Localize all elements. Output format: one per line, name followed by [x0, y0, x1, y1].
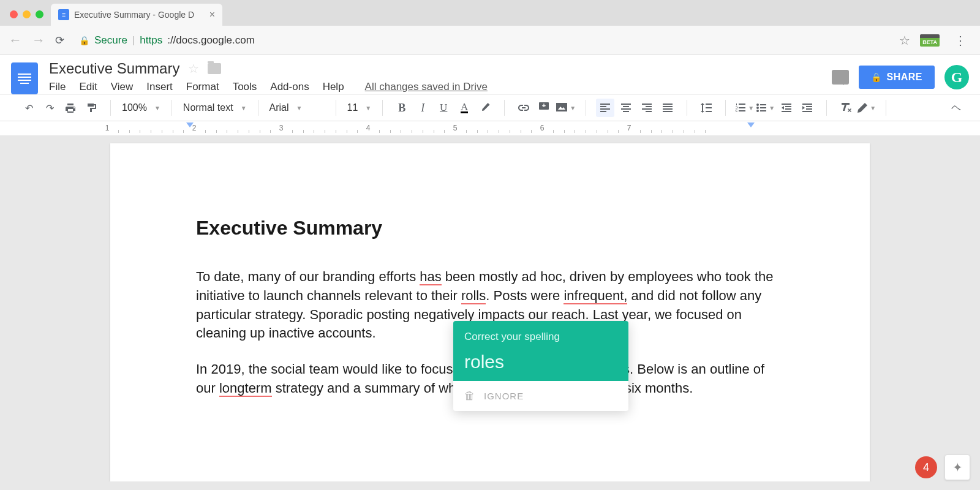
error-has[interactable]: has: [420, 269, 441, 285]
tab-title: Executive Summary - Google D: [74, 10, 194, 20]
menu-file[interactable]: File: [49, 81, 66, 93]
print-button[interactable]: [61, 99, 80, 117]
align-right-button[interactable]: [638, 99, 656, 117]
ruler-mark: 5: [453, 124, 458, 132]
menu-view[interactable]: View: [111, 81, 134, 93]
window-controls[interactable]: [6, 10, 51, 26]
ruler-mark: 4: [366, 124, 371, 132]
editing-mode-button[interactable]: ▼: [858, 99, 876, 117]
image-button[interactable]: ▼: [556, 99, 576, 117]
clear-formatting-button[interactable]: [837, 99, 855, 117]
redo-button[interactable]: ↷: [40, 99, 59, 117]
ruler-mark: 1: [105, 124, 110, 132]
suggested-word: roles: [464, 352, 617, 372]
share-button[interactable]: 🔒 SHARE: [859, 66, 935, 89]
error-longterm[interactable]: longterm: [219, 380, 272, 397]
error-rolls[interactable]: rolls: [461, 288, 486, 304]
toolbar: ↶ ↷ 100%▼ Normal text▼ Arial▼ 11▼ B I U …: [0, 94, 980, 121]
lock-icon: 🔒: [871, 72, 882, 82]
ruler-mark: 7: [627, 124, 631, 132]
grammarly-suggestion[interactable]: Correct your spelling roles: [453, 321, 628, 381]
url-scheme: https: [140, 34, 162, 47]
line-spacing-button[interactable]: [697, 99, 715, 117]
comments-button[interactable]: [832, 70, 849, 85]
svg-rect-9: [760, 110, 766, 111]
align-center-button[interactable]: [617, 99, 635, 117]
close-tab-button[interactable]: ×: [209, 9, 215, 20]
chrome-menu-button[interactable]: ⋮: [949, 33, 971, 48]
font-select[interactable]: Arial▼: [263, 102, 331, 113]
svg-point-6: [756, 107, 759, 109]
zoom-select[interactable]: 100%▼: [116, 102, 167, 113]
ignore-button[interactable]: IGNORE: [484, 391, 524, 401]
docs-favicon: ≡: [58, 9, 69, 20]
ruler-mark: 6: [540, 124, 545, 132]
trash-icon[interactable]: 🗑: [464, 390, 475, 402]
move-folder-button[interactable]: [208, 63, 221, 74]
svg-text:+: +: [542, 102, 546, 109]
explore-button[interactable]: ✦: [944, 454, 970, 480]
address-bar[interactable]: 🔒 Secure | https://docs.google.com: [74, 34, 889, 47]
svg-rect-5: [760, 104, 766, 105]
comment-button[interactable]: +: [535, 99, 554, 117]
svg-point-8: [756, 110, 759, 112]
numbered-list-button[interactable]: ▼: [736, 99, 754, 117]
ruler-mark: 2: [192, 124, 197, 132]
collapse-toolbar-button[interactable]: ヘ: [947, 99, 965, 117]
text-color-button[interactable]: A: [455, 99, 473, 117]
minimize-window-button[interactable]: [23, 10, 31, 18]
save-status[interactable]: All changes saved in Drive: [365, 81, 488, 93]
italic-button[interactable]: I: [413, 99, 432, 117]
menu-bar: File Edit View Insert Format Tools Add-o…: [49, 81, 832, 93]
document-title[interactable]: Executive Summary: [49, 60, 179, 77]
url-host: ://docs.google.com: [167, 34, 255, 47]
extension-badge[interactable]: BETA: [920, 34, 940, 47]
menu-tools[interactable]: Tools: [233, 81, 257, 93]
highlight-button[interactable]: [476, 99, 494, 117]
menu-edit[interactable]: Edit: [79, 81, 97, 93]
document-page[interactable]: Executive Summary To date, many of our b…: [110, 143, 870, 481]
align-left-button[interactable]: [596, 99, 614, 117]
secure-label: Secure: [94, 34, 127, 47]
grammarly-popup: Correct your spelling roles 🗑 IGNORE: [453, 321, 628, 411]
bulleted-list-button[interactable]: ▼: [756, 99, 775, 117]
menu-addons[interactable]: Add-ons: [270, 81, 309, 93]
docs-home-button[interactable]: [11, 62, 38, 94]
error-count-badge[interactable]: 4: [915, 456, 937, 478]
star-document-button[interactable]: ☆: [188, 61, 199, 76]
underline-button[interactable]: U: [434, 99, 453, 117]
forward-button[interactable]: →: [32, 32, 45, 48]
font-size-select[interactable]: 11▼: [341, 102, 378, 113]
error-infrequent[interactable]: infrequent,: [564, 288, 627, 304]
bookmark-button[interactable]: ☆: [899, 33, 910, 48]
browser-tab[interactable]: ≡ Executive Summary - Google D ×: [51, 4, 222, 26]
maximize-window-button[interactable]: [36, 10, 43, 18]
paint-format-button[interactable]: [82, 99, 100, 117]
back-button[interactable]: ←: [9, 32, 22, 48]
bold-button[interactable]: B: [393, 99, 411, 117]
document-heading[interactable]: Executive Summary: [196, 217, 784, 239]
menu-format[interactable]: Format: [186, 81, 219, 93]
undo-button[interactable]: ↶: [20, 99, 38, 117]
popup-title: Correct your spelling: [464, 331, 617, 343]
reload-button[interactable]: ⟳: [55, 34, 64, 47]
ruler-mark: 3: [279, 124, 284, 132]
close-window-button[interactable]: [10, 10, 18, 18]
menu-insert[interactable]: Insert: [146, 81, 173, 93]
align-justify-button[interactable]: [658, 99, 677, 117]
svg-rect-7: [760, 107, 766, 108]
svg-rect-2: [556, 103, 567, 111]
increase-indent-button[interactable]: [798, 99, 816, 117]
menu-help[interactable]: Help: [323, 81, 344, 93]
lock-icon: 🔒: [79, 36, 89, 45]
ruler[interactable]: 1234567: [0, 121, 980, 136]
right-indent-marker[interactable]: [747, 123, 755, 127]
style-select[interactable]: Normal text▼: [177, 102, 253, 113]
link-button[interactable]: [514, 99, 533, 117]
grammarly-button[interactable]: G: [944, 65, 969, 89]
decrease-indent-button[interactable]: [777, 99, 796, 117]
svg-point-4: [756, 104, 759, 106]
share-label: SHARE: [886, 72, 922, 83]
